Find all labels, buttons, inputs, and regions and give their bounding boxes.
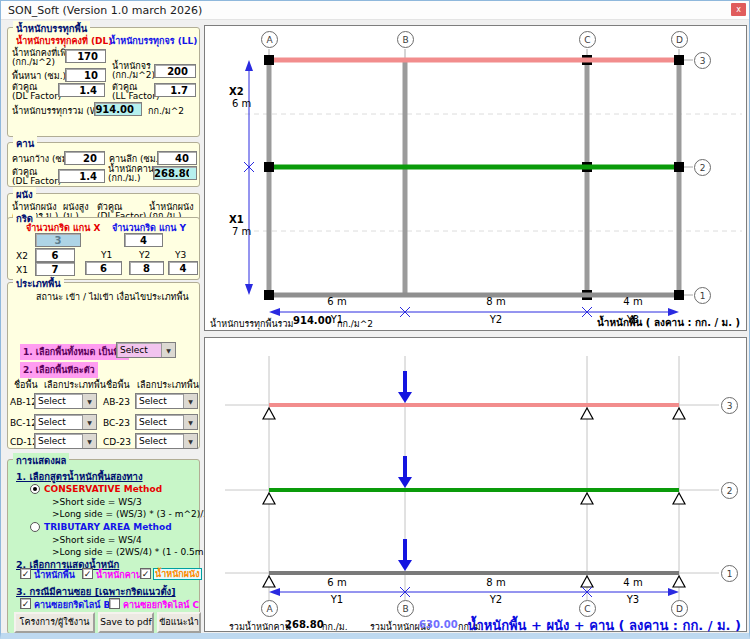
beam-group-title: คาน	[13, 136, 37, 151]
slab-select-BC-12[interactable]: Select▼	[34, 414, 97, 430]
display-options-title: การแสดงผล	[13, 453, 69, 468]
ll-factor-sub: (LL Factor)	[112, 91, 159, 101]
plan-gridline-C-label: C	[584, 35, 590, 45]
beam-weight-check-label: น้ำหนักคาน	[96, 570, 142, 580]
plan-span2-dim: 8 m	[466, 296, 526, 307]
y1-input[interactable]	[85, 261, 122, 275]
grid-x-count-input[interactable]	[35, 233, 81, 247]
point-load-arrows	[398, 371, 412, 571]
elev-beam-total-value: 268.80	[285, 619, 324, 630]
slab-select-BC-23[interactable]: Select▼	[135, 414, 198, 430]
slab-weight-checkbox[interactable]: ✓	[20, 568, 31, 579]
window-title: SON_Soft (Version 1.0 march 2026)	[8, 4, 202, 17]
elev-span3-name: Y3	[603, 594, 663, 605]
beam-depth-input[interactable]	[157, 151, 197, 165]
conservative-radio[interactable]	[30, 484, 40, 494]
y3-input[interactable]	[168, 261, 198, 275]
slab-all-select[interactable]: Select ▼	[116, 342, 176, 358]
slab-step2-label: 2. เลือกพื้นทีละตัว	[20, 362, 98, 378]
slab-select-AB-12[interactable]: Select▼	[34, 393, 97, 409]
slab-type-group: ประเภทพื้น สถานะ เข้า / ไม่เข้า เงื่อนไข…	[7, 282, 200, 449]
conservative-line2: >Long side = (WS/3) * (3 - m^2)/2	[52, 509, 209, 519]
total-load-result	[94, 102, 142, 116]
live-load-header: น้ำหนักบรรทุกจร (LL)	[109, 36, 197, 46]
sdl-input[interactable]	[65, 49, 106, 63]
plan-gridline-C-bubble: C	[579, 31, 596, 48]
secondary-beam-c-checkbox[interactable]	[109, 598, 120, 609]
slab-select-BC-23-value: Select	[136, 415, 183, 429]
dl-factor-sub: (DL Factor)	[12, 91, 61, 101]
slab-select-AB-23[interactable]: Select▼	[135, 393, 198, 409]
slab-all-select-value: Select	[117, 343, 161, 357]
project-user-button[interactable]: โครงการ/ผู้ใช้งาน	[14, 612, 95, 633]
dl-factor-input[interactable]	[58, 83, 105, 97]
plan-x1-label: X1	[229, 214, 244, 225]
ll-unit: (กก./ม^2)	[112, 70, 155, 80]
elev-gridline-D-label: D	[676, 604, 683, 614]
y2-label: Y2	[139, 250, 150, 260]
conservative-label: CONSERVATIVE Method	[44, 484, 162, 494]
slab-name-CD-23: CD-23	[103, 437, 131, 447]
x1-input[interactable]	[35, 262, 75, 276]
save-to-pdf-button[interactable]: Save to pdf	[98, 612, 154, 633]
total-load-label: น้ำหนักบรรทุกรวม (W)	[12, 106, 102, 116]
y2-input[interactable]	[129, 261, 164, 275]
ll-factor-input[interactable]	[154, 83, 196, 97]
x2-label: X2	[16, 251, 28, 261]
wall-group-title: ผนัง	[13, 187, 36, 202]
secondary-beam-b-checkbox[interactable]: ✓	[20, 598, 31, 609]
elev-beam-row-3	[269, 403, 679, 407]
beam-row-3	[269, 58, 679, 63]
plan-x1-dim: 7 m	[232, 226, 251, 237]
elev-beam-row-1	[269, 571, 679, 575]
gridline-verticals	[269, 356, 679, 600]
elev-legend: น้ำหนักพื้น + ผนัง + คาน ( ลงคาน : กก. /…	[468, 615, 742, 636]
tributary-line1: >Short side = WS/4	[52, 535, 142, 545]
beam-factor-input[interactable]	[58, 169, 105, 183]
close-icon: x	[736, 5, 741, 14]
plan-row-2-bubble: 2	[694, 159, 711, 176]
beam-weight-unit: (กก./ม.)	[108, 173, 141, 183]
elev-row-3-bubble: 3	[721, 397, 738, 414]
ll-input[interactable]	[154, 64, 196, 78]
tributary-radio[interactable]	[30, 522, 40, 532]
close-button[interactable]: x	[731, 3, 746, 16]
elev-gridline-A-label: A	[266, 604, 272, 614]
plan-total-unit: กก./ม^2	[337, 317, 373, 331]
elev-beam-total-label: รวมน้ำหนักคาน	[229, 620, 291, 634]
plan-gridline-A-bubble: A	[261, 31, 278, 48]
section1-header: 1. เลือกสูตรน้ำหนักพื้นสองทาง	[16, 469, 143, 484]
grid-y-count-input[interactable]	[124, 233, 163, 247]
elev-span2-name: Y2	[466, 594, 526, 605]
elevation-panel: 3 2 1 A B C D 6 m 8 m 4 m Y1 Y2 Y3 รวมน้…	[204, 337, 747, 632]
beam-weight-checkbox[interactable]: ✓	[82, 568, 93, 579]
chevron-down-icon: ▼	[82, 434, 96, 448]
plan-gridline-B-label: B	[402, 35, 408, 45]
thickness-input[interactable]	[65, 68, 106, 82]
grid-columns	[267, 60, 682, 295]
plan-row-2-label: 2	[700, 163, 706, 173]
slab-select-CD-12[interactable]: Select▼	[34, 433, 97, 449]
elev-row-1-label: 1	[727, 569, 733, 579]
floor-load-group: น้ำหนักบรรทุกพื้น น้ำหนักบรรทุกคงที่ (DL…	[7, 27, 200, 137]
slab-select-AB-23-value: Select	[136, 394, 183, 408]
wall-weight-check-label: น้ำหนักผนัง	[153, 568, 202, 580]
elev-span1-dim: 6 m	[307, 577, 367, 588]
plan-row-1-label: 1	[700, 291, 706, 301]
floor-load-group-title: น้ำหนักบรรทุกพื้น	[13, 21, 90, 36]
beam-width-input[interactable]	[64, 151, 105, 165]
title-bar: SON_Soft (Version 1.0 march 2026)	[1, 1, 749, 20]
elev-wall-total-value: 630.00	[419, 619, 458, 630]
conservative-line1: >Short side = WS/3	[52, 497, 142, 507]
slab-type-header-left: เลือกประเภทพื้น	[44, 380, 106, 390]
chevron-down-icon: ▼	[183, 415, 197, 429]
suggestions-button[interactable]: ข้อแนะนำ	[157, 612, 201, 633]
elev-gridline-B-label: B	[402, 604, 408, 614]
slab-select-CD-23[interactable]: Select▼	[135, 433, 198, 449]
y3-label: Y3	[175, 250, 186, 260]
x2-input[interactable]	[35, 248, 75, 262]
elev-row-1-bubble: 1	[721, 565, 738, 582]
slab-type-header-right: เลือกประเภทพื้น	[137, 380, 199, 390]
beam-depth-label: คานลึก (ซม.)	[109, 154, 162, 164]
wall-weight-checkbox[interactable]: ✓	[140, 568, 151, 579]
